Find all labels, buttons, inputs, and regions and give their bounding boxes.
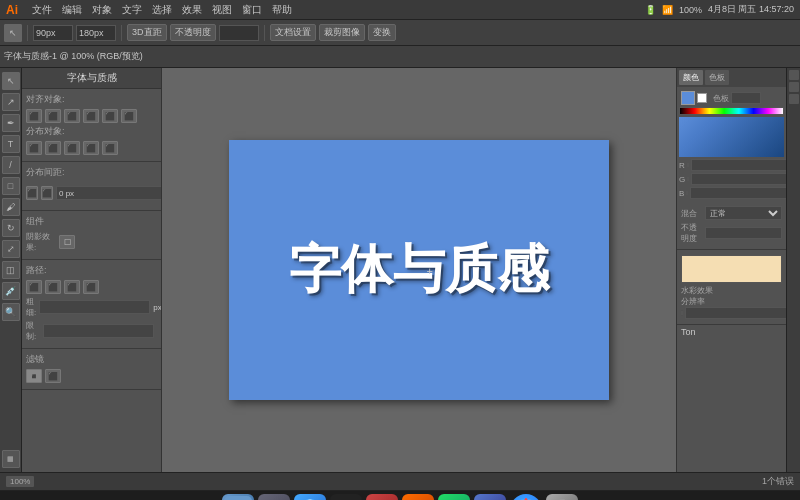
toolbar-sep-2 <box>121 25 122 41</box>
toolbar-x-input[interactable] <box>33 25 73 41</box>
opacity-input[interactable]: 100% <box>705 227 782 239</box>
menu-effect[interactable]: 效果 <box>178 3 206 17</box>
fr-icon-1[interactable] <box>789 70 799 80</box>
color-spectrum-section: 色板 100% R 91 G 141 B 217 <box>677 87 786 203</box>
dock-chrome[interactable] <box>510 494 542 501</box>
panel-section-spacing: 分布间距: ⬛ ⬛ 对齐 <box>22 162 161 211</box>
filter-btn-1[interactable]: ◾ <box>26 369 42 383</box>
toolbar-crop[interactable]: 裁剪图像 <box>319 24 365 41</box>
opacity-row: 不透明度 100% <box>681 222 782 244</box>
distrib-3[interactable]: ⬛ <box>64 141 80 155</box>
tool-eyedrop[interactable]: 💉 <box>2 282 20 300</box>
menu-window[interactable]: 窗口 <box>238 3 266 17</box>
breadcrumb: 字体与质感-1 @ 100% (RGB/预览) <box>4 50 143 63</box>
resolution-slider[interactable] <box>681 310 683 316</box>
spacing-v[interactable]: ⬛ <box>41 186 53 200</box>
tool-gradient[interactable]: ◫ <box>2 261 20 279</box>
fr-icon-3[interactable] <box>789 94 799 104</box>
dock-trash[interactable] <box>546 494 578 501</box>
menu-file[interactable]: 文件 <box>28 3 56 17</box>
align-bottom[interactable]: ⬛ <box>121 109 137 123</box>
fg-color-swatch[interactable] <box>681 91 695 105</box>
color-opacity-input[interactable]: 100% <box>731 92 761 104</box>
tool-rotate[interactable]: ↻ <box>2 219 20 237</box>
r-slider[interactable] <box>687 162 689 168</box>
spacing-input[interactable] <box>56 186 162 200</box>
filter-btn-2[interactable]: ⬛ <box>45 369 61 383</box>
tool-zoom[interactable]: 🔍 <box>2 303 20 321</box>
statusbar: 100% 1个错误 <box>0 472 800 490</box>
distrib-1[interactable]: ⬛ <box>26 141 42 155</box>
color-field[interactable] <box>679 117 784 157</box>
tool-scale[interactable]: ⤢ <box>2 240 20 258</box>
dock-wps[interactable]: W <box>366 494 398 501</box>
toolbar-opacity-mode[interactable]: 不透明度 <box>170 24 216 41</box>
r-input[interactable]: 91 <box>691 159 800 171</box>
dock-illustrator[interactable]: Ai <box>402 494 434 501</box>
color-space-label: 色板 <box>713 93 729 104</box>
path-limit-input[interactable] <box>43 324 154 338</box>
tool-select[interactable]: ↖ <box>2 72 20 90</box>
shadow-btn-1[interactable]: ☐ <box>59 235 75 249</box>
tab-swatches[interactable]: 色板 <box>705 70 729 85</box>
tool-brush[interactable]: 🖌 <box>2 198 20 216</box>
menu-object[interactable]: 对象 <box>88 3 116 17</box>
toolbar-doc-settings[interactable]: 文档设置 <box>270 24 316 41</box>
menu-help[interactable]: 帮助 <box>268 3 296 17</box>
fr-icon-2[interactable] <box>789 82 799 92</box>
tool-type[interactable]: T <box>2 135 20 153</box>
menu-view[interactable]: 视图 <box>208 3 236 17</box>
toolbar-zoom-input[interactable]: 100% <box>219 25 259 41</box>
hue-bar[interactable] <box>679 107 784 115</box>
resolution-label: 分辨率 <box>681 296 782 307</box>
dock-qq[interactable] <box>330 494 362 501</box>
align-center[interactable]: ⬛ <box>45 109 61 123</box>
align-middle[interactable]: ⬛ <box>102 109 118 123</box>
align-left[interactable]: ⬛ <box>26 109 42 123</box>
distrib-5[interactable]: ⬛ <box>102 141 118 155</box>
tab-color[interactable]: 颜色 <box>679 70 703 85</box>
b-slider[interactable] <box>686 190 688 196</box>
toolbar-y-input[interactable] <box>76 25 116 41</box>
filter-row: ◾ ⬛ <box>26 369 157 383</box>
tool-line[interactable]: / <box>2 156 20 174</box>
b-input[interactable]: 217 <box>690 187 799 199</box>
tool-direct-select[interactable]: ↗ <box>2 93 20 111</box>
left-tools: ↖ ↗ ✒ T / □ 🖌 ↻ ⤢ ◫ 💉 🔍 □ ▦ ✕ <box>0 68 22 472</box>
gradient-mode[interactable]: ▦ <box>2 450 20 468</box>
distrib-4[interactable]: ⬛ <box>83 141 99 155</box>
spacing-h[interactable]: ⬛ <box>26 186 38 200</box>
dock-launchpad[interactable] <box>258 494 290 501</box>
align-top[interactable]: ⬛ <box>83 109 99 123</box>
canvas-area[interactable]: 字体与质感 + <box>162 68 676 472</box>
align-right[interactable]: ⬛ <box>64 109 80 123</box>
color-preview-box[interactable] <box>681 255 782 283</box>
path-size-input[interactable] <box>39 300 150 314</box>
dock-after-effects[interactable]: Ae <box>474 494 506 501</box>
dock-safari[interactable] <box>294 494 326 501</box>
g-slider[interactable] <box>687 176 689 182</box>
menu-text[interactable]: 文字 <box>118 3 146 17</box>
g-input[interactable]: 141 <box>691 173 800 185</box>
path-limit-label: 限制: <box>26 320 40 342</box>
menu-select[interactable]: 选择 <box>148 3 176 17</box>
dock-finder[interactable] <box>222 494 254 501</box>
dock-photoshop[interactable]: Ps <box>438 494 470 501</box>
path-btn-2[interactable]: ⬛ <box>45 280 61 294</box>
tool-pen[interactable]: ✒ <box>2 114 20 132</box>
resolution-input[interactable] <box>685 307 794 319</box>
toolbar-3d-mode[interactable]: 3D直距 <box>127 24 167 41</box>
path-btn-4[interactable]: ⬛ <box>83 280 99 294</box>
g-label: G <box>679 175 685 184</box>
zoom-level[interactable]: 100% <box>6 476 34 487</box>
distrib-2[interactable]: ⬛ <box>45 141 61 155</box>
blend-mode-select[interactable]: 正常 <box>705 206 782 220</box>
path-btn-1[interactable]: ⬛ <box>26 280 42 294</box>
tool-rect[interactable]: □ <box>2 177 20 195</box>
toolbar-transform[interactable]: 变换 <box>368 24 396 41</box>
toolbar2: 字体与质感-1 @ 100% (RGB/预览) <box>0 46 800 68</box>
path-btn-3[interactable]: ⬛ <box>64 280 80 294</box>
select-tool[interactable]: ↖ <box>4 24 22 42</box>
bg-color-swatch[interactable] <box>697 93 707 103</box>
menu-edit[interactable]: 编辑 <box>58 3 86 17</box>
